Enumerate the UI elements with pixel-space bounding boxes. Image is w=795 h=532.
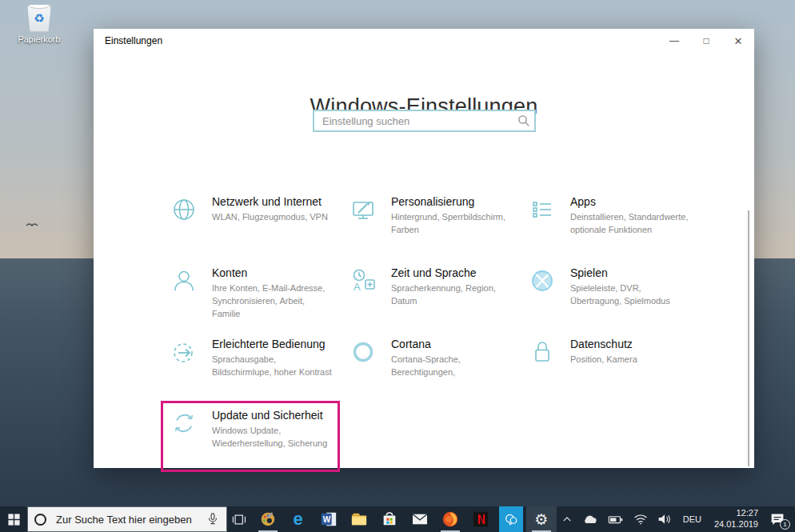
settings-gear-icon: ⚙ bbox=[534, 512, 548, 527]
tile-apps[interactable]: Apps Deinstallieren, Standardwerte, opti… bbox=[519, 187, 697, 258]
tile-subtitle: Cortana-Sprache, Berechtigungen, bbox=[391, 354, 511, 379]
tile-subtitle: Ihre Konten, E-Mail-Adresse, Synchronisi… bbox=[212, 282, 332, 321]
word-button[interactable]: W bbox=[314, 506, 344, 532]
tile-title: Personalisierung bbox=[391, 195, 511, 208]
window-controls: — □ ✕ bbox=[658, 29, 754, 53]
tile-subtitle: Sprachausgabe, Bildschirmlupe, hoher Kon… bbox=[212, 354, 332, 379]
tile-title: Spielen bbox=[570, 266, 689, 279]
tile-title: Konten bbox=[212, 266, 332, 279]
taskbar-search[interactable]: Zur Suche Text hier eingeben bbox=[27, 506, 227, 532]
onedrive-tray[interactable] bbox=[577, 506, 603, 532]
mail-button[interactable] bbox=[405, 506, 435, 532]
settings-search-input[interactable] bbox=[313, 110, 536, 132]
maximize-button[interactable]: □ bbox=[690, 29, 722, 53]
edge-button[interactable]: e bbox=[283, 506, 314, 532]
taskbar: Zur Suche Text hier eingeben e bbox=[0, 506, 795, 532]
recycle-symbol-icon: ♻ bbox=[28, 12, 50, 24]
taskbar-apps: e W bbox=[227, 506, 557, 532]
store-button[interactable] bbox=[374, 506, 405, 532]
notification-center-button[interactable]: 1 bbox=[765, 506, 795, 532]
mail-icon bbox=[411, 512, 429, 526]
svg-text:W: W bbox=[322, 515, 330, 524]
screen: ♻ Papierkorb Einstellungen — □ ✕ Windows… bbox=[0, 0, 795, 532]
tile-subtitle: Hintergrund, Sperrbildschirm, Farben bbox=[391, 211, 511, 237]
close-button[interactable]: ✕ bbox=[722, 29, 754, 53]
system-tray: DEU 12:27 24.01.2019 1 bbox=[557, 506, 795, 532]
window-titlebar[interactable]: Einstellungen — □ ✕ bbox=[94, 29, 754, 53]
start-button[interactable] bbox=[0, 506, 27, 532]
time-language-icon: A bbox=[348, 266, 378, 296]
tile-subtitle: Deinstallieren, Standardwerte, optionale… bbox=[570, 211, 689, 237]
settings-taskbar-button[interactable]: ⚙ bbox=[526, 506, 557, 532]
tile-netzwerk-und-internet[interactable]: Netzwerk und Internet WLAN, Flugzeugmodu… bbox=[161, 187, 340, 258]
firefox-icon bbox=[441, 510, 459, 528]
battery-icon bbox=[608, 514, 624, 525]
clock-time: 12:27 bbox=[714, 508, 758, 519]
tile-title: Zeit und Sprache bbox=[391, 266, 511, 279]
cortana-ring-icon bbox=[348, 337, 378, 367]
ease-of-access-icon bbox=[169, 337, 199, 367]
tile-subtitle: Position, Kamera bbox=[570, 354, 637, 366]
language-indicator[interactable]: DEU bbox=[677, 514, 708, 524]
firefox-button[interactable] bbox=[435, 506, 465, 532]
settings-search bbox=[313, 110, 536, 132]
microphone-icon[interactable] bbox=[206, 511, 220, 527]
volume-icon bbox=[657, 514, 672, 525]
settings-category-grid: Netzwerk und Internet WLAN, Flugzeugmodu… bbox=[161, 187, 697, 472]
globe-icon bbox=[169, 194, 199, 225]
tile-spielen[interactable]: Spielen Spieleleiste, DVR, Übertragung, … bbox=[519, 258, 697, 330]
start-icon bbox=[7, 513, 21, 526]
active-app-icon bbox=[504, 512, 518, 526]
tile-title: Datenschutz bbox=[570, 338, 637, 350]
search-icon[interactable] bbox=[517, 114, 530, 127]
bird-silhouette bbox=[26, 222, 38, 228]
clock[interactable]: 12:27 24.01.2019 bbox=[708, 508, 765, 530]
tile-title: Cortana bbox=[391, 338, 511, 350]
xbox-icon bbox=[527, 266, 557, 296]
tile-title: Erleichterte Bedienung bbox=[212, 338, 332, 350]
onedrive-cloud-icon bbox=[582, 514, 598, 525]
tray-expand-button[interactable] bbox=[557, 506, 577, 532]
tile-datenschutz[interactable]: Datenschutz Position, Kamera bbox=[519, 330, 697, 401]
task-view-icon bbox=[232, 513, 247, 526]
word-icon: W bbox=[320, 510, 338, 528]
recycle-bin-label: Papierkorb bbox=[14, 34, 64, 44]
tile-update-und-sicherheit[interactable]: Update und Sicherheit Windows Update, Wi… bbox=[161, 401, 340, 472]
wifi-tray[interactable] bbox=[629, 506, 653, 532]
paint-icon bbox=[259, 510, 277, 528]
taskbar-search-placeholder: Zur Suche Text hier eingeben bbox=[56, 514, 206, 526]
paint-button[interactable] bbox=[253, 506, 283, 532]
recycle-bin-shortcut[interactable]: ♻ Papierkorb bbox=[14, 5, 64, 44]
store-icon bbox=[381, 510, 398, 528]
tile-zeit-und-sprache[interactable]: A Zeit und Sprache Spracherkennung, Regi… bbox=[340, 258, 519, 330]
tile-title: Apps bbox=[570, 195, 689, 208]
tile-konten[interactable]: Konten Ihre Konten, E-Mail-Adresse, Sync… bbox=[161, 258, 340, 330]
personalization-icon bbox=[348, 194, 378, 225]
settings-window: Einstellungen — □ ✕ Windows-Einstellunge… bbox=[94, 29, 754, 468]
tile-title: Netzwerk und Internet bbox=[212, 195, 328, 208]
recycle-bin-icon: ♻ bbox=[27, 5, 51, 32]
tile-erleichterte-bedienung[interactable]: Erleichterte Bedienung Sprachausgabe, Bi… bbox=[161, 330, 340, 401]
notification-badge: 1 bbox=[780, 519, 790, 530]
lock-icon bbox=[527, 337, 557, 367]
task-view-button[interactable] bbox=[227, 506, 253, 532]
apps-list-icon bbox=[527, 194, 557, 225]
tile-subtitle: Spracherkennung, Region, Datum bbox=[391, 282, 511, 308]
active-app-button[interactable] bbox=[499, 506, 523, 532]
tile-subtitle: Windows Update, Wiederherstellung, Siche… bbox=[212, 425, 332, 450]
window-scrollbar[interactable] bbox=[748, 210, 749, 466]
tile-personalisierung[interactable]: Personalisierung Hintergrund, Sperrbilds… bbox=[340, 187, 519, 258]
volume-tray[interactable] bbox=[653, 506, 677, 532]
netflix-icon bbox=[472, 510, 489, 528]
clock-date: 24.01.2019 bbox=[714, 519, 758, 530]
netflix-button[interactable] bbox=[465, 506, 496, 532]
cortana-circle-icon bbox=[34, 514, 46, 526]
window-title: Einstellungen bbox=[105, 35, 162, 46]
minimize-button[interactable]: — bbox=[658, 29, 690, 53]
file-explorer-icon bbox=[350, 511, 368, 527]
tile-subtitle: WLAN, Flugzeugmodus, VPN bbox=[212, 211, 328, 224]
tile-subtitle: Spieleleiste, DVR, Übertragung, Spielmod… bbox=[570, 282, 689, 308]
file-explorer-button[interactable] bbox=[344, 506, 374, 532]
tile-cortana[interactable]: Cortana Cortana-Sprache, Berechtigungen, bbox=[340, 330, 519, 401]
battery-tray[interactable] bbox=[603, 506, 629, 532]
